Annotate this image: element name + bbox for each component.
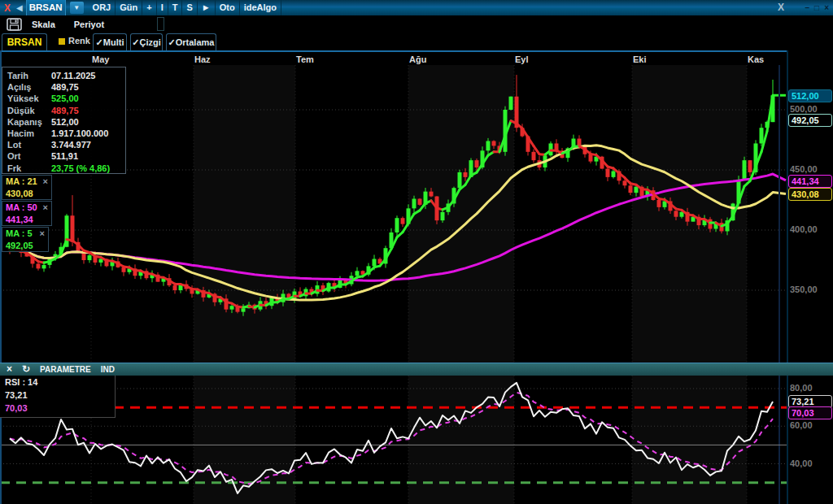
info-row: Lot3.744.977 bbox=[2, 140, 125, 151]
info-row: Düşük489,75 bbox=[2, 106, 125, 117]
checkbox-cizgi[interactable]: ✓Çizgi bbox=[130, 33, 163, 51]
price-tick-label: 350,00 bbox=[790, 285, 818, 294]
info-row: Kapanış512,00 bbox=[2, 117, 125, 128]
time-axis: MayHazTemAğuEylEkiKas bbox=[0, 50, 788, 65]
info-row: Frk23,75 (% 4,86) bbox=[2, 163, 125, 175]
parametre-button[interactable]: PARAMETRE bbox=[40, 365, 91, 374]
month-label-kas: Kas bbox=[748, 54, 764, 64]
info-value: 489,75 bbox=[51, 106, 79, 115]
dropdown-arrow-button[interactable]: ▼ bbox=[70, 2, 84, 14]
info-value: 512,00 bbox=[51, 117, 79, 127]
window-close-icon[interactable]: × bbox=[824, 0, 829, 15]
ma-box-label: MA : 5× bbox=[6, 228, 45, 241]
indicator-header-bar: × ↻ PARAMETRE IND bbox=[0, 363, 833, 376]
ma-box-value: 430,08 bbox=[6, 189, 48, 198]
maximize-icon[interactable]: □ bbox=[814, 0, 819, 15]
info-label: Hacim bbox=[7, 128, 34, 138]
back-arrow-icon[interactable]: ◀ bbox=[16, 3, 23, 12]
menu-idealgo[interactable]: ideAlgo bbox=[240, 0, 281, 15]
info-label: Tarih bbox=[7, 71, 28, 80]
ind-button[interactable]: IND bbox=[101, 365, 115, 374]
periyot-button[interactable]: Periyot bbox=[74, 20, 104, 29]
month-label-eki: Eki bbox=[633, 54, 647, 64]
tool-t-button[interactable]: T bbox=[168, 0, 183, 15]
info-label: Yüksek bbox=[7, 93, 39, 103]
tab-brsan[interactable]: BRSAN bbox=[26, 0, 66, 15]
chart-window: X ◀ BRSAN ▼ ORJ Gün + I T S ► Oto ideAlg… bbox=[0, 0, 833, 504]
indicator-refresh-icon[interactable]: ↻ bbox=[22, 363, 30, 376]
info-value: 525,00 bbox=[51, 93, 79, 103]
info-value: 489,75 bbox=[51, 82, 79, 92]
price-value-box: 512,00 bbox=[788, 89, 832, 102]
rsi-value-box: 70,03 bbox=[788, 406, 832, 419]
ma-box-close-icon[interactable]: × bbox=[40, 228, 45, 238]
tool-i-button[interactable]: I bbox=[157, 0, 168, 15]
indicator-close-icon[interactable]: × bbox=[7, 363, 12, 376]
month-label-haz: Haz bbox=[194, 54, 211, 64]
ma-box-close-icon[interactable]: × bbox=[43, 202, 48, 212]
info-row: Hacim1.917.100.000 bbox=[2, 128, 125, 140]
menu-orj[interactable]: ORJ bbox=[89, 0, 116, 15]
month-label-may: May bbox=[92, 54, 109, 64]
rsi-tick-label: 40,00 bbox=[790, 458, 813, 468]
tool-plus-button[interactable]: + bbox=[142, 0, 156, 15]
toolbar: Skala Periyot bbox=[0, 15, 788, 33]
info-label: Lot bbox=[7, 140, 21, 150]
info-label: Açılış bbox=[7, 82, 31, 92]
rsi-info-panel: RSI : 14 73,21 70,03 bbox=[0, 376, 116, 418]
info-value: 511,91 bbox=[51, 151, 78, 161]
month-band bbox=[408, 376, 514, 504]
info-row: Ort511,91 bbox=[2, 151, 125, 163]
window-controls: – □ × bbox=[799, 0, 833, 15]
info-row: Yüksek525,00 bbox=[2, 93, 125, 105]
rsi-signal-label: 70,03 bbox=[5, 403, 110, 416]
renk-color-swatch[interactable] bbox=[59, 38, 65, 45]
ma-box-50: MA : 50×441,34 bbox=[2, 201, 52, 226]
month-band bbox=[194, 376, 295, 504]
renk-label[interactable]: Renk bbox=[68, 36, 90, 46]
rsi-period-label: RSI : 14 bbox=[5, 377, 110, 390]
close-chart-icon[interactable]: X bbox=[773, 0, 789, 15]
ma-box-5: MA : 5×492,05 bbox=[2, 227, 49, 252]
tool-arrow-button[interactable]: ► bbox=[198, 0, 216, 15]
menu-gun[interactable]: Gün bbox=[116, 0, 142, 15]
menu-oto[interactable]: Oto bbox=[216, 0, 240, 15]
skala-button[interactable]: Skala bbox=[32, 20, 55, 29]
ma-box-label: MA : 50× bbox=[6, 202, 48, 215]
rsi-value-label: 73,21 bbox=[5, 390, 110, 403]
minimize-icon[interactable]: – bbox=[805, 0, 810, 15]
tool-s-button[interactable]: S bbox=[182, 0, 197, 15]
ohlc-info-panel: Tarih07.11.2025Açılış489,75Yüksek525,00D… bbox=[2, 67, 126, 174]
info-row: Açılış489,75 bbox=[2, 82, 125, 93]
symbol-tab[interactable]: BRSAN bbox=[2, 33, 47, 51]
title-bar: X ◀ BRSAN ▼ ORJ Gün + I T S ► Oto ideAlg… bbox=[0, 0, 833, 15]
price-value-box: 441,34 bbox=[788, 175, 832, 188]
info-label: Kapanış bbox=[7, 117, 42, 127]
month-label-ağu: Ağu bbox=[409, 54, 426, 64]
text-cursor-box[interactable] bbox=[157, 17, 164, 31]
ma-box-value: 492,05 bbox=[6, 241, 45, 250]
ma-box-close-icon[interactable]: × bbox=[43, 176, 48, 186]
rsi-tick-label: 60,00 bbox=[790, 420, 813, 430]
price-tick-label: 500,00 bbox=[790, 104, 818, 114]
close-window-icon[interactable]: X bbox=[4, 2, 11, 14]
info-value: 1.917.100.000 bbox=[51, 128, 108, 138]
ma-box-21: MA : 21×430,08 bbox=[2, 175, 52, 200]
info-row: Tarih07.11.2025 bbox=[2, 71, 125, 82]
symbol-toolbar: BRSAN Renk ✓Multi ✓Çizgi ✓Ortalama bbox=[0, 33, 788, 51]
price-value-box: 492,05 bbox=[788, 114, 832, 127]
save-icon[interactable] bbox=[7, 18, 22, 31]
month-label-tem: Tem bbox=[296, 54, 314, 64]
checkbox-ortalama[interactable]: ✓Ortalama bbox=[166, 33, 216, 51]
rsi-tick-label: 80,00 bbox=[790, 383, 813, 393]
price-tick-label: 400,00 bbox=[790, 224, 818, 234]
checkbox-multi[interactable]: ✓Multi bbox=[93, 33, 127, 51]
ma-box-value: 441,34 bbox=[6, 215, 48, 224]
info-label: Frk bbox=[7, 163, 21, 173]
info-label: Ort bbox=[7, 151, 21, 161]
info-value: 23,75 (% 4,86) bbox=[51, 163, 110, 173]
price-value-box: 430,08 bbox=[788, 188, 832, 201]
rsi-chart[interactable] bbox=[0, 376, 787, 504]
info-value: 07.11.2025 bbox=[51, 71, 95, 80]
month-label-eyl: Eyl bbox=[515, 54, 529, 64]
